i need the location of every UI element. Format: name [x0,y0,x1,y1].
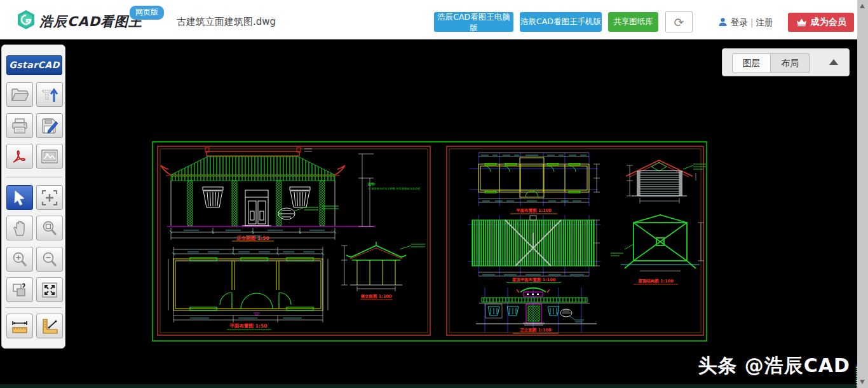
svg-text:1. 屋面做法详见大样图,灰瓦屋面做法见说明.: 1. 屋面做法详见大样图,灰瓦屋面做法见说明. [368,187,421,190]
gstarcad-logo: GstarCAD [6,55,62,75]
figure-gable-elevation [626,160,706,204]
tab-layers[interactable]: 图层 [732,53,771,73]
tool-zoom-in-button[interactable] [6,247,33,272]
figure-front-elevation-50: 正立面图 1:50 [161,148,376,241]
tool-swap-view-button[interactable] [6,277,33,302]
cad-drawing[interactable]: 正立面图 1:50 说明: 1. 屋面做法详见大样图,灰瓦屋面做法见说明. [152,140,709,343]
label-front-elevation-50: 正立面图 1:50 [236,235,269,241]
login-register[interactable]: 登录|注册 [718,17,773,29]
tool-image-export-button[interactable] [36,144,63,169]
tool-select-button[interactable] [6,185,33,210]
measure-distance-icon [11,318,29,335]
collapse-arrow-icon[interactable] [829,59,838,65]
figure-roof-plan-100: 屋顶平面布置图 1:100 [468,215,600,283]
toolbar-divider [6,177,62,177]
tool-zoom-object-button[interactable] [36,216,63,240]
svg-text:T: T [43,87,51,102]
save-edit-icon [41,118,58,134]
app-header: 浩辰CAD看图王 网页版 古建筑立面建筑图.dwg 浩辰CAD看图王电脑版 浩辰… [0,0,868,39]
tool-measure-area-button[interactable] [36,314,63,338]
tool-save-button[interactable] [36,113,63,138]
cursor-icon [11,190,28,206]
label-front-elevation-100: 正立面图 1:100 [520,328,552,333]
label-roof-structure-100: 屋顶结构图 1:100 [637,279,674,284]
desktop-version-button[interactable]: 浩辰CAD看图王电脑版 [434,12,513,32]
printer-icon [11,118,29,134]
image-icon [41,149,58,164]
swap-view-icon [11,282,28,298]
tool-pan-button[interactable] [6,216,33,240]
svg-text:说明:: 说明: [367,182,376,186]
shared-library-button[interactable]: 共享图纸库 [608,12,658,32]
login-link[interactable]: 登录 [731,17,748,27]
scroll-down-icon[interactable] [860,380,865,384]
label-roof-plan-100: 屋顶平面布置图 1:100 [512,277,556,282]
vertical-scrollbar[interactable] [857,0,868,388]
tool-print-button[interactable] [6,113,33,138]
login-separator: | [750,17,754,27]
figure-front-elevation-100: 正立面图 1:100 [476,288,597,333]
user-icon [718,17,728,27]
measure-area-icon [41,318,58,335]
mobile-version-button[interactable]: 浩辰CAD看图王手机版 [520,12,602,32]
become-member-button[interactable]: 成为会员 [788,13,854,32]
refresh-icon: ⟳ [674,15,684,29]
figure-floor-plan-50: 平面布置图 1:50 [168,247,328,329]
app-title: 浩辰CAD看图王 [39,13,142,31]
tool-pdf-export-button[interactable] [6,144,33,169]
text-upload-icon: T [41,87,58,103]
zoom-object-icon [41,220,58,237]
zoom-extent-icon [41,282,58,298]
tool-zoom-window-button[interactable] [36,185,63,210]
zoom-in-icon [11,251,28,268]
scroll-up-icon[interactable] [860,4,865,8]
watermark: 头条 @浩辰CAD [698,353,850,379]
crown-icon [796,18,807,27]
figure-roof-structure: 屋顶结构图 1:100 [611,215,704,284]
web-version-badge: 网页版 [130,6,164,20]
label-floor-plan-100: 平面布置图 1:100 [516,208,552,213]
figure-side-elevation-100: 侧立面图 1:100 [341,242,425,300]
register-link[interactable]: 注册 [756,17,773,27]
open-file-name: 古建筑立面建筑图.dwg [177,16,276,28]
hand-icon [11,220,28,237]
layer-layout-panel: 图层 布局 [722,48,850,76]
drawing-notes: 说明: 1. 屋面做法详见大样图,灰瓦屋面做法见说明. [367,182,421,190]
toolbar-divider [6,307,62,308]
open-folder-icon [11,87,29,102]
tab-layout[interactable]: 布局 [771,53,810,73]
vip-label: 成为会员 [811,17,846,28]
refresh-button[interactable]: ⟳ [665,11,693,32]
zoom-out-icon [41,251,58,268]
zoom-box-icon [41,190,58,206]
tool-zoom-extent-button[interactable] [36,277,63,302]
figure-floor-plan-100: 平面布置图 1:100 [470,153,600,214]
pdf-icon [11,148,29,165]
bottom-strip [0,384,857,388]
label-side-elevation-100: 侧立面图 1:100 [360,294,392,299]
app-logo-icon [17,10,36,30]
tool-open-button[interactable] [6,82,33,107]
tool-zoom-out-button[interactable] [36,247,63,272]
label-floor-plan-50: 平面布置图 1:50 [229,323,268,329]
drawing-toolbar: GstarCAD T [1,45,65,349]
tool-upload-text-button[interactable]: T [36,82,63,107]
tool-measure-distance-button[interactable] [6,314,33,338]
